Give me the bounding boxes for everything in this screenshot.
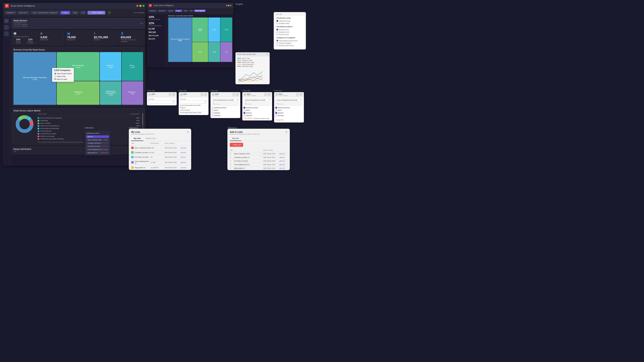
al-open-1[interactable]: open list: [279, 157, 288, 158]
frame-867-minimize[interactable]: –: [232, 93, 236, 96]
frame-867-cb-3[interactable]: Belleville: [212, 112, 239, 114]
tm-film-cell[interactable]: Film and Television Production 4,932: [14, 52, 56, 105]
al-checkbox-1[interactable]: ☐: [230, 156, 233, 158]
frame-859-area-type-dropdown[interactable]: ▾: [148, 100, 176, 103]
mini-tm-adv[interactable]: 1,530: [208, 17, 220, 42]
al-checkbox-3[interactable]: ☐: [230, 164, 233, 166]
collections-menu-item-company[interactable]: Company List Alex v1: [86, 142, 109, 144]
mini-tm-film[interactable]: Film and Television Production4,932: [168, 17, 192, 62]
mini-tm-music[interactable]: Music3,049: [192, 17, 208, 42]
frame-867-cma-dropdown[interactable]: Census Metropolitan Area (CMA) ▾: [212, 98, 239, 102]
frame-868-show-only[interactable]: Show selections only: [254, 118, 269, 119]
frame-867-cb-4[interactable]: Brantford: [212, 114, 239, 117]
collections-menu-item-other[interactable]: A N Other List Here: [86, 145, 109, 148]
ml-tab-mosaic[interactable]: Mosaic Lists: [143, 136, 158, 141]
filter-close-icon[interactable]: ✕ ℹ: [140, 22, 143, 24]
filter-icon[interactable]: ⊞: [4, 18, 9, 23]
mini-tm-vgd[interactable]: 2,632: [208, 42, 220, 62]
frame-870-cb-2[interactable]: Barrie: [275, 109, 303, 112]
dataset-button[interactable]: Dataset ▾: [5, 11, 16, 14]
al-close-button[interactable]: ✕: [285, 131, 288, 134]
tm-perf-cell[interactable]: Perfo... 1,464: [122, 52, 143, 81]
ml-open-list-2[interactable]: open list: [181, 156, 189, 158]
frame-868-copy-selection[interactable]: Copy selection: [244, 118, 253, 119]
mini-maximize-icon[interactable]: [230, 5, 232, 6]
al-open-4[interactable]: open list: [279, 168, 288, 169]
mini-minimize-icon[interactable]: [228, 5, 230, 6]
maximize-icon[interactable]: [142, 5, 144, 7]
frame-859-close[interactable]: ✕: [172, 93, 176, 96]
frame-870-cb-1[interactable]: Abbotsford-Mission: [275, 106, 303, 109]
frame-859-minimize[interactable]: –: [169, 93, 172, 96]
frame882-opt1[interactable]: Introduction Setup: [276, 20, 303, 22]
ml-open-list-0[interactable]: open list: [181, 147, 189, 149]
filters-button[interactable]: 🔧 Filters applied: [88, 11, 105, 14]
frame-865-opt-division[interactable]: Census Division: [180, 109, 207, 111]
mini-list-btn[interactable]: List: [189, 10, 194, 12]
list-button[interactable]: List: [80, 11, 86, 14]
frame-867-cb-2[interactable]: Barrie: [212, 109, 239, 112]
al-checkbox-4[interactable]: ☐: [230, 167, 233, 169]
frame-868-minimize[interactable]: –: [264, 93, 267, 96]
frame-868-cb-3[interactable]: Belleville: [244, 112, 271, 114]
ml-open-list-3[interactable]: open list: [181, 162, 189, 163]
mini-lens-btn[interactable]: Lens ▾: [168, 10, 174, 12]
frame-865-minimize[interactable]: –: [200, 93, 204, 96]
tm-vis-cell[interactable]: Visual Ar... 740: [122, 81, 143, 105]
tm-vgd-cell[interactable]: Video Game Development 2,632: [100, 81, 121, 105]
frame882-cat2[interactable]: Employee-weighted: [276, 42, 303, 44]
al-new-list-button[interactable]: + New List: [230, 143, 243, 147]
al-open-3[interactable]: open list: [279, 164, 288, 165]
refresh-button[interactable]: ↺: [107, 11, 111, 15]
download-icon[interactable]: ↓: [4, 25, 9, 30]
frame-865-opt-province[interactable]: Province: [180, 107, 207, 109]
frame-867-close[interactable]: ✕: [236, 93, 239, 96]
lens-button[interactable]: Lens | Smart Sector Analysis ▾: [30, 11, 59, 14]
frame-868-cb-2[interactable]: Barrie: [244, 109, 271, 112]
frame-865-opt-agr[interactable]: Census Agricultural Region (CAR): [180, 111, 207, 114]
mini-filter-btn[interactable]: Filters applied: [194, 10, 206, 12]
share-icon[interactable]: ↑: [4, 31, 9, 36]
lcp-close[interactable]: ✕: [267, 53, 268, 55]
collections-menu-item-my-list[interactable]: My List 1: [86, 135, 109, 138]
mini-tm-perf[interactable]: 1,464: [220, 17, 232, 42]
al-open-0[interactable]: open list: [279, 153, 288, 154]
frame-868-close[interactable]: ✕: [268, 93, 271, 96]
mini-tm-pub[interactable]: 3,232: [192, 42, 208, 62]
mini-map-btn[interactable]: Map: [183, 10, 188, 12]
frame-865-area-type-dropdown[interactable]: ▾: [180, 100, 207, 103]
frame882-cat3[interactable]: Revenue Smart Sectors: [276, 44, 303, 47]
tm-adv-cell[interactable]: Advertis... 1,530: [100, 52, 121, 81]
frame-865-opt-cma[interactable]: Census Metropolitan Area (CMA): [180, 104, 207, 107]
frame882-opt2[interactable]: Employee Setup: [276, 22, 303, 24]
frame-870-search[interactable]: 🔍 Search...: [275, 102, 303, 106]
frame-870-cb-3[interactable]: Belleville: [275, 112, 303, 114]
frame882-viz1[interactable]: Business Count: [276, 28, 303, 31]
tm-pub-cell[interactable]: Publishing 3,232: [57, 81, 100, 105]
chart-expand-icon[interactable]: ⛶: [141, 49, 143, 51]
close-icon[interactable]: [136, 5, 138, 7]
collections-menu-item-high[interactable]: High growth v2 2,330,070: [86, 151, 109, 154]
mini-close-icon[interactable]: [226, 5, 228, 6]
frame-870-clear-filter[interactable]: ✕ Clear filter: [275, 118, 303, 121]
tooltip-view-list[interactable]: 📋 View in list: [54, 75, 72, 78]
frame-868-cb-1[interactable]: Abbotsford-Mission: [244, 106, 271, 109]
mini-dataset-btn[interactable]: Dataset ▾: [148, 10, 157, 12]
frame-870-close[interactable]: ✕: [300, 93, 303, 96]
frame882-viz3[interactable]: Revenue Count: [276, 33, 303, 35]
frame-870-cb-4[interactable]: Brantford: [275, 114, 303, 117]
mini-tm-vis[interactable]: 740: [220, 42, 232, 62]
ml-tab-my-lists[interactable]: My Lists: [131, 136, 143, 141]
frame-868-search[interactable]: 🔍 Search...: [244, 102, 271, 106]
insights-button[interactable]: Insights: [60, 11, 70, 14]
ml-close-button[interactable]: ✕: [187, 131, 189, 134]
mini-lists-btn[interactable]: My Lists ▾: [158, 10, 167, 12]
al-checkbox-0[interactable]: ☐: [230, 153, 233, 155]
ml-open-list-1[interactable]: open list: [181, 152, 189, 153]
map-button[interactable]: Map: [72, 11, 79, 14]
my-lists-button[interactable]: My Lists ▾: [18, 11, 30, 14]
frame-867-cb-1[interactable]: Abbotsford-Mission: [212, 106, 239, 109]
al-checkbox-2[interactable]: ☐: [230, 160, 233, 162]
frame882-cat1[interactable]: Equal weight by Smart Sector: [276, 39, 303, 42]
mini-insights-btn[interactable]: Insights: [175, 10, 182, 12]
